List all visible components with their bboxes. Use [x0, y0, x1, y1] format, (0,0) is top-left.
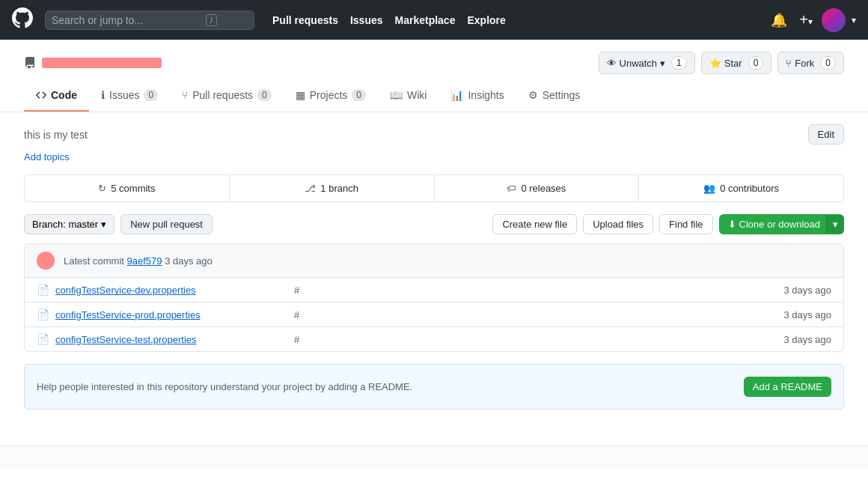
watch-button[interactable]: 👁 Unwatch ▾ 1 [599, 52, 695, 74]
upload-files-button[interactable]: Upload files [583, 214, 653, 234]
code-icon [36, 90, 46, 100]
file-commit-message: # [294, 309, 771, 321]
fork-icon: ⑂ [786, 58, 792, 69]
tab-insights-label: Insights [468, 89, 504, 101]
nav-pull-requests[interactable]: Pull requests [272, 14, 338, 26]
fork-button[interactable]: ⑂ Fork 0 [777, 52, 844, 74]
create-new-button[interactable]: +▾ [796, 8, 816, 31]
commit-info: Latest commit 9aef579 3 days ago [64, 255, 213, 267]
nav-issues[interactable]: Issues [350, 14, 383, 26]
branch-chevron-icon: ▾ [101, 219, 106, 230]
top-nav: Pull requests Issues Marketplace Explore [272, 14, 506, 26]
clone-icon: ⬇ [728, 219, 736, 230]
create-new-file-button[interactable]: Create new file [492, 214, 577, 234]
header-right: 🔔 +▾ ▾ [768, 8, 856, 32]
tab-projects[interactable]: ▦ Projects 0 [284, 80, 378, 112]
notifications-button[interactable]: 🔔 [768, 9, 790, 31]
file-icon: 📄 [37, 309, 49, 321]
clone-or-download-button[interactable]: ⬇ Clone or download ▾ [719, 214, 844, 234]
settings-icon: ⚙ [528, 89, 538, 101]
tab-issues-label: Issues [109, 89, 139, 101]
table-row: 📄 configTestService-prod.properties # 3 … [25, 303, 843, 327]
edit-description-button[interactable]: Edit [808, 124, 844, 145]
releases-icon: 🏷 [507, 183, 516, 194]
pr-count: 0 [257, 89, 272, 101]
tab-projects-label: Projects [310, 89, 348, 101]
file-commit-message: # [294, 334, 771, 345]
tab-pull-requests[interactable]: ⑂ Pull requests 0 [170, 80, 284, 112]
table-row: 📄 configTestService-dev.properties # 3 d… [25, 278, 843, 303]
issues-count: 0 [144, 89, 158, 101]
readme-banner-text: Help people interested in this repositor… [37, 381, 412, 392]
new-pull-request-button[interactable]: New pull request [120, 214, 213, 234]
commit-time: 3 days ago [165, 255, 213, 267]
file-commit-message: # [294, 285, 771, 296]
stats-bar: ↻ 5 commits ⎇ 1 branch 🏷 0 releases 👥 0 … [24, 174, 844, 202]
repo-icon [24, 57, 36, 69]
find-file-button[interactable]: Find file [659, 214, 713, 234]
tab-issues[interactable]: ℹ Issues 0 [89, 80, 170, 112]
add-readme-button[interactable]: Add a README [744, 377, 831, 397]
top-header: / Pull requests Issues Marketplace Explo… [0, 0, 868, 40]
commits-label: 5 commits [111, 183, 155, 194]
eye-icon: 👁 [607, 58, 617, 69]
repo-name-area [24, 57, 162, 69]
wiki-icon: 📖 [390, 89, 403, 101]
file-icon: 📄 [37, 333, 49, 345]
branch-selector[interactable]: Branch: master ▾ [24, 214, 114, 234]
avatar-dropdown-icon[interactable]: ▾ [852, 15, 856, 25]
branch-label: Branch: master [32, 219, 98, 230]
file-toolbar: Branch: master ▾ New pull request Create… [24, 214, 844, 234]
file-time: 3 days ago [771, 334, 831, 345]
tab-pr-label: Pull requests [192, 89, 253, 101]
commit-author-avatar [37, 252, 55, 270]
issues-icon: ℹ [101, 89, 105, 101]
star-count: 0 [748, 56, 764, 70]
branches-label: 1 branch [320, 183, 358, 194]
repo-actions: 👁 Unwatch ▾ 1 ⭐ Star 0 ⑂ Fork 0 [599, 52, 844, 74]
star-label: Star [724, 58, 742, 69]
repo-owner-redacted [42, 58, 162, 68]
repo-description-text: this is my test [24, 129, 88, 141]
tab-wiki[interactable]: 📖 Wiki [378, 80, 438, 112]
nav-explore[interactable]: Explore [467, 14, 505, 26]
tab-insights[interactable]: 📊 Insights [438, 80, 516, 112]
file-time: 3 days ago [771, 285, 831, 296]
clone-label: Clone or download [739, 219, 820, 230]
releases-stat[interactable]: 🏷 0 releases [435, 175, 640, 201]
contributors-stat[interactable]: 👥 0 contributors [639, 175, 843, 201]
tab-code[interactable]: Code [24, 80, 89, 112]
readme-banner: Help people interested in this repositor… [24, 364, 844, 410]
watch-label: Unwatch [620, 58, 658, 69]
contributors-label: 0 contributors [720, 183, 779, 194]
watch-count: 1 [671, 56, 687, 70]
file-name-link[interactable]: configTestService-test.properties [55, 334, 294, 345]
commits-stat[interactable]: ↻ 5 commits [25, 175, 230, 201]
table-row: 📄 configTestService-test.properties # 3 … [25, 327, 843, 351]
commit-hash-link[interactable]: 9aef579 [127, 255, 162, 267]
repo-description-row: this is my test Edit [24, 124, 844, 145]
file-time: 3 days ago [771, 309, 831, 321]
projects-count: 0 [352, 89, 366, 101]
clone-dropdown-arrow-icon[interactable]: ▾ [826, 215, 844, 234]
branches-stat[interactable]: ⎇ 1 branch [230, 175, 435, 201]
projects-icon: ▦ [296, 89, 305, 101]
add-topics-link[interactable]: Add topics [24, 151, 70, 162]
github-logo-icon[interactable] [12, 7, 33, 33]
file-table: Latest commit 9aef579 3 days ago 📄 confi… [24, 243, 844, 352]
pr-icon: ⑂ [182, 89, 188, 101]
contributors-icon: 👥 [703, 183, 715, 194]
nav-marketplace[interactable]: Marketplace [395, 14, 456, 26]
file-icon: 📄 [37, 284, 49, 296]
page-footer [0, 446, 868, 470]
file-name-link[interactable]: configTestService-prod.properties [55, 309, 294, 321]
file-name-link[interactable]: configTestService-dev.properties [55, 285, 294, 296]
releases-label: 0 releases [521, 183, 566, 194]
star-button[interactable]: ⭐ Star 0 [701, 52, 772, 74]
tab-settings[interactable]: ⚙ Settings [516, 80, 593, 112]
search-bar[interactable]: / [45, 10, 254, 30]
search-input[interactable] [52, 14, 201, 26]
repo-tabs: Code ℹ Issues 0 ⑂ Pull requests 0 ▦ Proj… [0, 80, 868, 112]
user-avatar[interactable] [822, 8, 846, 32]
repo-content: this is my test Edit Add topics ↻ 5 comm… [0, 112, 868, 422]
